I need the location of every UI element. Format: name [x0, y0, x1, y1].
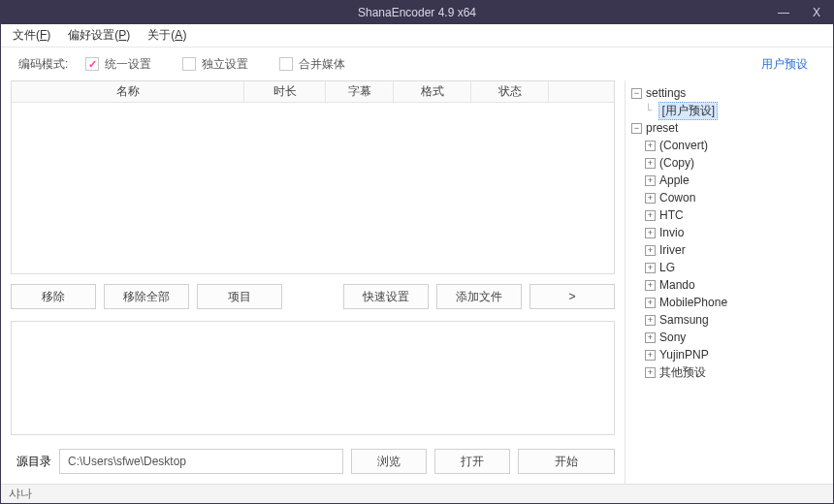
- expand-icon[interactable]: +: [645, 193, 656, 204]
- option-merge[interactable]: 合并媒体: [279, 56, 345, 73]
- tree-node-preset-child[interactable]: + Mando: [631, 276, 827, 294]
- checkbox-merge: [279, 57, 293, 71]
- statusbar: 샤나: [1, 484, 833, 503]
- log-area[interactable]: [11, 321, 615, 435]
- tree-leaf-user-preset-label: [用户预设]: [658, 102, 718, 120]
- tree-node-label: HTC: [659, 208, 684, 222]
- preset-tree: − settings └ [用户预设] − preset + (Convert)…: [631, 84, 827, 381]
- tree-node-label: LG: [659, 261, 675, 274]
- col-duration[interactable]: 时长: [244, 81, 326, 102]
- tree-connector: └: [645, 104, 658, 117]
- tree-node-preset-child[interactable]: + YujinPNP: [631, 346, 827, 363]
- tree-node-preset-child[interactable]: + Cowon: [631, 189, 827, 206]
- tree-node-label: (Copy): [659, 156, 694, 170]
- bottom-row: 源目录 浏览 打开 开始: [11, 447, 615, 476]
- content-area: 名称 时长 字幕 格式 状态 移除 移除全部 项目 快速设置 添加文件 >: [1, 80, 833, 484]
- window-title: ShanaEncoder 4.9 x64: [1, 6, 833, 19]
- collapse-icon[interactable]: −: [631, 123, 642, 134]
- expand-icon[interactable]: +: [645, 141, 656, 151]
- tree-node-preset-child[interactable]: + Invio: [631, 224, 827, 241]
- add-file-button[interactable]: 添加文件: [436, 284, 522, 309]
- expand-icon[interactable]: +: [645, 350, 656, 361]
- tree-node-label: (Convert): [659, 139, 708, 152]
- source-dir-option[interactable]: 源目录: [11, 454, 51, 470]
- option-independent[interactable]: 独立设置: [182, 56, 248, 73]
- tree-node-preset-child[interactable]: + Samsung: [631, 311, 827, 329]
- expand-icon[interactable]: +: [645, 315, 656, 326]
- tree-node-label: Iriver: [659, 243, 686, 257]
- col-status[interactable]: 状态: [471, 81, 549, 102]
- minimize-button[interactable]: —: [767, 1, 800, 24]
- menu-about[interactable]: 关于(A): [147, 27, 186, 44]
- tree-node-preset-child[interactable]: + Apple: [631, 172, 827, 189]
- expand-icon[interactable]: +: [645, 245, 656, 256]
- checkbox-unified: ✓: [85, 57, 99, 71]
- file-table: 名称 时长 字幕 格式 状态: [11, 80, 615, 274]
- tree-node-label: Cowon: [659, 191, 695, 205]
- expand-icon[interactable]: +: [645, 158, 656, 169]
- table-body[interactable]: [12, 103, 614, 273]
- tree-node-label: 其他预设: [659, 364, 706, 381]
- expand-icon[interactable]: +: [645, 332, 656, 343]
- tree-node-preset-child[interactable]: + 其他预设: [631, 363, 827, 381]
- check-icon: ✓: [88, 59, 97, 70]
- option-unified[interactable]: ✓ 统一设置: [85, 56, 151, 73]
- titlebar[interactable]: ShanaEncoder 4.9 x64 — X: [1, 1, 833, 24]
- col-format[interactable]: 格式: [394, 81, 471, 102]
- output-path-input[interactable]: [59, 449, 343, 474]
- collapse-icon[interactable]: −: [631, 88, 642, 99]
- option-independent-label: 独立设置: [202, 56, 248, 73]
- expand-icon[interactable]: +: [645, 210, 656, 221]
- user-preset-link[interactable]: 用户预设: [761, 56, 808, 73]
- tree-node-preset-child[interactable]: + Iriver: [631, 241, 827, 259]
- tree-node-preset-child[interactable]: + (Copy): [631, 154, 827, 172]
- tree-node-label: Invio: [659, 226, 684, 239]
- option-merge-label: 合并媒体: [299, 56, 345, 73]
- option-unified-label: 统一设置: [105, 56, 151, 73]
- quick-settings-button[interactable]: 快速设置: [343, 284, 429, 309]
- source-dir-label: 源目录: [16, 454, 51, 470]
- remove-button[interactable]: 移除: [11, 284, 96, 309]
- remove-all-button[interactable]: 移除全部: [104, 284, 189, 309]
- tree-node-label: MobilePhone: [659, 296, 727, 309]
- tree-leaf-user-preset[interactable]: └ [用户预设]: [631, 102, 827, 119]
- preset-tree-pane: − settings └ [用户预设] − preset + (Convert)…: [625, 80, 833, 484]
- action-buttons: 移除 移除全部 项目 快速设置 添加文件 >: [11, 284, 615, 309]
- tree-node-label: Mando: [659, 278, 695, 292]
- status-text: 샤나: [9, 486, 32, 502]
- col-name[interactable]: 名称: [12, 81, 244, 102]
- menu-file[interactable]: 文件(F): [13, 27, 50, 44]
- tree-node-label: Samsung: [659, 313, 709, 327]
- left-pane: 名称 时长 字幕 格式 状态 移除 移除全部 项目 快速设置 添加文件 >: [1, 80, 625, 484]
- tree-node-preset-child[interactable]: + (Convert): [631, 137, 827, 154]
- tree-node-label: YujinPNP: [659, 348, 709, 362]
- tree-node-preset-label: preset: [646, 121, 678, 135]
- encode-mode-label: 编码模式:: [18, 56, 68, 73]
- tree-node-label: Apple: [659, 173, 690, 187]
- expand-icon[interactable]: +: [645, 298, 656, 308]
- open-button[interactable]: 打开: [434, 449, 510, 474]
- toolbar: 编码模式: ✓ 统一设置 独立设置 合并媒体 用户预设: [1, 47, 833, 80]
- tree-node-preset-child[interactable]: + Sony: [631, 329, 827, 346]
- expand-icon[interactable]: +: [645, 228, 656, 238]
- expand-icon[interactable]: +: [645, 175, 656, 186]
- expand-icon[interactable]: +: [645, 263, 656, 273]
- tree-node-preset[interactable]: − preset: [631, 119, 827, 137]
- col-subtitle[interactable]: 字幕: [326, 81, 394, 102]
- browse-button[interactable]: 浏览: [351, 449, 427, 474]
- tree-node-preset-child[interactable]: + HTC: [631, 206, 827, 224]
- project-button[interactable]: 项目: [197, 284, 282, 309]
- app-window: ShanaEncoder 4.9 x64 — X 文件(F) 偏好设置(P) 关…: [0, 0, 834, 504]
- expand-icon[interactable]: +: [645, 280, 656, 291]
- more-button[interactable]: >: [529, 284, 615, 309]
- close-button[interactable]: X: [800, 1, 833, 24]
- expand-icon[interactable]: +: [645, 367, 656, 378]
- menu-preferences[interactable]: 偏好设置(P): [68, 27, 130, 44]
- tree-node-preset-child[interactable]: + LG: [631, 259, 827, 276]
- tree-node-settings[interactable]: − settings: [631, 84, 827, 102]
- tree-node-settings-label: settings: [646, 86, 686, 100]
- tree-node-label: Sony: [659, 331, 686, 344]
- checkbox-independent: [182, 57, 196, 71]
- tree-node-preset-child[interactable]: + MobilePhone: [631, 294, 827, 311]
- start-button[interactable]: 开始: [518, 449, 615, 474]
